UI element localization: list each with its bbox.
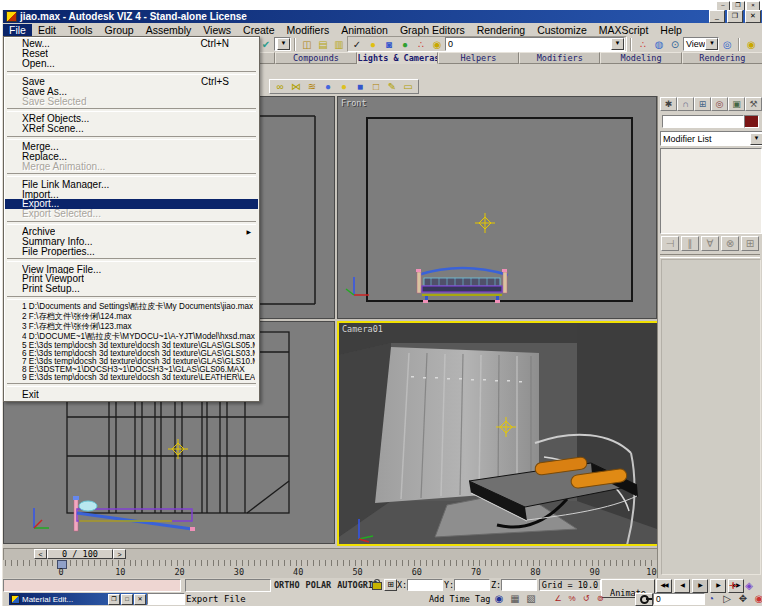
chevron-down-icon[interactable]: ▼ — [705, 38, 718, 50]
pan-hand-icon[interactable]: ✥ — [736, 592, 750, 605]
snap-toggle-icon[interactable]: ◉ — [492, 592, 506, 605]
selection-lock-toggle[interactable] — [372, 578, 382, 590]
add-time-tag[interactable]: Add Time Tag — [429, 594, 490, 604]
eye-icon[interactable]: ⊙ — [668, 38, 682, 51]
matwin-close-button[interactable]: ✕ — [134, 594, 146, 605]
menu-item-export[interactable]: Export... — [5, 199, 258, 209]
menubar-edit[interactable]: Edit — [32, 24, 62, 36]
menubar-customize[interactable]: Customize — [531, 24, 593, 36]
menu-item-xref-scene[interactable]: XRef Scene... — [5, 124, 258, 134]
menubar-help[interactable]: Help — [654, 24, 688, 36]
macro-recorder-field[interactable] — [3, 579, 181, 592]
menu-item-print-viewport[interactable]: Print Viewport — [5, 274, 258, 284]
light-yellow-icon[interactable]: ● — [337, 80, 351, 93]
hierarchy-tab-icon[interactable]: ⊞ — [694, 97, 711, 111]
menu-item-save[interactable]: SaveCtrl+S — [5, 77, 258, 87]
menu-item-save-as[interactable]: Save As... — [5, 86, 258, 96]
walk-through-icon[interactable]: ◉ — [752, 592, 762, 605]
layer-render-icon[interactable]: ● — [398, 38, 412, 51]
show-end-result-icon[interactable]: ∥ — [681, 236, 699, 251]
time-configuration-icon[interactable]: ◔ — [704, 592, 718, 605]
layer-freeze-icon[interactable]: ◙ — [382, 38, 396, 51]
absolute-relative-toggle[interactable]: ⊞ — [384, 579, 397, 591]
menu-item-3-f-123-max[interactable]: 3 F:\存档文件\张伶俐\123.max — [5, 321, 258, 331]
color-spheres-icon[interactable]: ∴ — [636, 38, 650, 51]
snap-keys-icon[interactable]: ⊚ — [594, 592, 606, 605]
previous-frame-arrow[interactable]: < — [34, 549, 47, 559]
menu-item-2-f-124-max[interactable]: 2 F:\存档文件\张伶俐\124.max — [5, 312, 258, 322]
spinner-snap-icon[interactable]: ↺ — [580, 592, 592, 605]
selection-filter-icon[interactable]: ✔ — [259, 38, 273, 51]
menu-item-1-d-documents-and-settings-my-documents-jiao-max[interactable]: 1 D:\Documents and Settings\酷拉皮卡\My Docu… — [5, 302, 258, 312]
arc-rotate-icon[interactable]: ∩ — [758, 579, 762, 592]
menubar-graph-editors[interactable]: Graph Editors — [394, 24, 471, 36]
lock-open-icon[interactable]: □ — [369, 80, 383, 93]
create-tab-icon[interactable]: ✱ — [660, 97, 677, 111]
tab-compounds[interactable]: Compounds — [275, 52, 356, 64]
menu-item-import[interactable]: Import... — [5, 189, 258, 199]
minimize-button[interactable]: _ — [709, 10, 725, 23]
unlink-selection-icon[interactable]: ⋈ — [289, 80, 303, 93]
utilities-tab-icon[interactable]: ⚒ — [745, 97, 762, 111]
menu-item-7-e-3ds-temp-docsh-3d-texture-docsh-3d-texture-glas-gls10-max[interactable]: 7 E:\3ds temp\docsh 3d texture\docsh 3d … — [5, 357, 258, 365]
modifier-list-combo[interactable]: Modifier List ▼ — [660, 131, 762, 146]
menu-item-archive[interactable]: Archive▶ — [5, 227, 258, 237]
close-button[interactable]: ✕ — [745, 10, 761, 23]
pan-zoom-icon[interactable]: ✛ — [726, 579, 740, 592]
menubar-modifiers[interactable]: Modifiers — [281, 24, 336, 36]
view-combo[interactable]: View ▼ — [683, 37, 719, 51]
tab-lights-cameras[interactable]: Lights & Cameras — [357, 52, 438, 64]
matwin-maximize-button[interactable]: □ — [121, 594, 133, 605]
play-button[interactable]: ▶ — [692, 579, 708, 593]
layer-list-add-icon[interactable]: ▥ — [332, 38, 346, 51]
layer-list-icon[interactable]: ▤ — [316, 38, 330, 51]
menu-item-6-e-3ds-temp-docsh-3d-texture-docsh-3d-texture-glas-gls03-max[interactable]: 6 E:\3ds temp\docsh 3d texture\docsh 3d … — [5, 349, 258, 357]
restore-button[interactable]: ❐ — [727, 10, 743, 23]
tab-helpers[interactable]: Helpers — [438, 52, 519, 64]
viewport-camera[interactable]: Camera01 — [337, 321, 659, 546]
sphere-arrow-icon[interactable]: ◍ — [652, 38, 666, 51]
matwin-restore-button[interactable]: ❐ — [108, 594, 120, 605]
y-coordinate-field[interactable] — [454, 579, 490, 591]
chevron-down-icon[interactable]: ▼ — [611, 38, 624, 50]
key-mode-toggle[interactable] — [635, 593, 653, 606]
menu-item-print-setup[interactable]: Print Setup... — [5, 284, 258, 294]
menu-item-new[interactable]: New...Ctrl+N — [5, 39, 258, 49]
menubar-views[interactable]: Views — [197, 24, 237, 36]
next-frame-button[interactable]: ▶ — [710, 579, 726, 593]
bind-to-space-warp-icon[interactable]: ≋ — [305, 80, 319, 93]
play-selected-icon[interactable]: ▷ — [720, 592, 734, 605]
menubar-animation[interactable]: Animation — [335, 24, 394, 36]
menu-item-8-e-3dstem-1-docsh3-1-docsh3-1-glas-gls06-max[interactable]: 8 E:\3DSTEM~1\DOCSH3~1\DOCSH3~1\GLAS\GLS… — [5, 365, 258, 373]
menu-item-file-properties[interactable]: File Properties... — [5, 246, 258, 256]
toggle-ortho[interactable]: ORTHO — [274, 580, 300, 590]
menubar-create[interactable]: Create — [237, 24, 281, 36]
menu-item-file-link-manager[interactable]: File Link Manager... — [5, 179, 258, 189]
menubar-assembly[interactable]: Assembly — [140, 24, 198, 36]
current-frame-field[interactable]: 0 — [653, 593, 705, 605]
lock-closed-icon[interactable]: ■ — [353, 80, 367, 93]
render-sphere-icon[interactable]: ◎ — [720, 38, 734, 51]
chevron-down-icon[interactable]: ▼ — [750, 133, 762, 145]
go-to-start-button[interactable]: ◀◀ — [656, 579, 672, 593]
object-snap-icon[interactable]: ▧ — [524, 592, 538, 605]
previous-frame-button[interactable]: ◀ — [674, 579, 690, 593]
object-name-field[interactable] — [662, 115, 744, 128]
object-color-swatch[interactable] — [744, 115, 759, 128]
camera-icon[interactable]: ◉ — [744, 38, 758, 51]
x-coordinate-field[interactable] — [407, 579, 443, 591]
menu-item-4-d-docume-1-mydocu-1-a-yjt-model-hxsd-max[interactable]: 4 D:\DOCUME~1\酷拉皮卡\MYDOCU~1\A-YJT\Model\… — [5, 331, 258, 341]
remove-modifier-icon[interactable]: ⊗ — [721, 236, 739, 251]
maxscript-listener-field[interactable] — [147, 593, 185, 605]
motion-tab-icon[interactable]: ◎ — [711, 97, 728, 111]
edit-sheet-icon[interactable]: ✎ — [385, 80, 399, 93]
layer-bulb-icon[interactable]: ● — [366, 38, 380, 51]
menu-item-xref-objects[interactable]: XRef Objects... — [5, 114, 258, 124]
select-and-link-icon[interactable]: ∞ — [273, 80, 287, 93]
chevron-down-icon[interactable]: ▼ — [277, 38, 290, 50]
viewport-front[interactable]: Front — [337, 96, 657, 319]
track-bar[interactable]: 0102030405060708090100 — [3, 560, 658, 579]
grid-points-icon[interactable]: ▦ — [508, 592, 522, 605]
layer-manager-icon[interactable]: ◫ — [300, 38, 314, 51]
folder-icon[interactable]: ▭ — [401, 80, 415, 93]
